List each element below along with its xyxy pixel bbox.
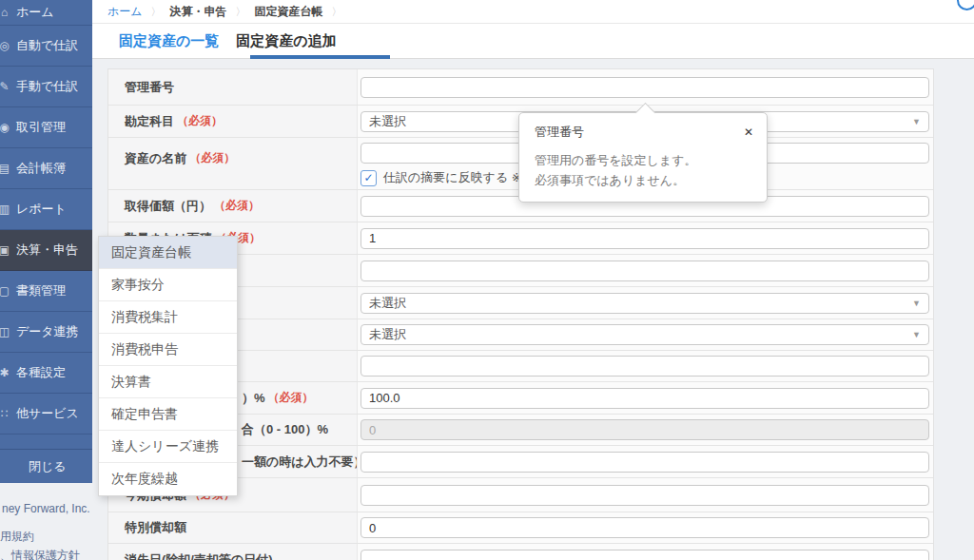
- sidebar-item-closing-filing[interactable]: ▣ 決算・申告: [0, 230, 92, 271]
- sidebar-item-label: レポート: [16, 201, 67, 218]
- sidebar-item-label: 会計帳簿: [16, 160, 66, 177]
- tooltip-title: 管理番号: [535, 124, 584, 141]
- sidebar-item-data-link[interactable]: ◫ データ連携: [0, 312, 92, 353]
- sidebar: ⌂ ホーム ◎ 自動で仕訳 ✎ 手動で仕訳 ◉ 取引管理 ▤ 会計帳簿 ▥ レポ…: [0, 0, 92, 483]
- chevron-down-icon: ▼: [912, 117, 921, 126]
- field-label: 管理番号: [108, 69, 358, 105]
- tooltip-line: 管理用の番号を設定します。: [535, 150, 751, 170]
- business-use-ratio-input[interactable]: [360, 388, 929, 409]
- field-6-input[interactable]: [360, 261, 929, 281]
- required-mark: （必須）: [177, 113, 223, 129]
- submenu-item-fixed-asset-ledger[interactable]: 固定資産台帳: [99, 237, 237, 269]
- sidebar-item-label: ホーム: [16, 4, 54, 21]
- special-depreciation-input[interactable]: [360, 517, 929, 538]
- form-row-special-depreciation: 特別償却額: [108, 512, 933, 544]
- app-root: ⌂ ホーム ◎ 自動で仕訳 ✎ 手動で仕訳 ◉ 取引管理 ▤ 会計帳簿 ▥ レポ…: [0, 0, 974, 560]
- field-label: 資産の名前 （必須）: [108, 138, 358, 189]
- settings-icon: ✱: [0, 366, 12, 379]
- required-mark: （必須）: [214, 198, 260, 214]
- sidebar-collapse-button[interactable]: 閉じる: [0, 449, 92, 483]
- period-ratio-input-disabled: [360, 419, 929, 440]
- report-icon: ▥: [0, 203, 12, 216]
- data-link-icon: ◫: [0, 325, 12, 338]
- sidebar-item-label: 取引管理: [16, 119, 66, 136]
- sidebar-item-settings[interactable]: ✱ 各種設定: [0, 353, 92, 394]
- tooltip-body: 管理用の番号を設定します。 必須事項ではありません。: [519, 141, 767, 190]
- transactions-icon: ◉: [0, 121, 12, 134]
- quantity-input[interactable]: [360, 228, 929, 249]
- submenu-item-financial-statements[interactable]: 決算書: [99, 366, 237, 398]
- sidebar-item-label: 手動で仕訳: [16, 78, 78, 95]
- sidebar-item-label: 他サービス: [16, 405, 79, 422]
- field-7-select[interactable]: 未選択 ▼: [360, 293, 929, 314]
- tab-fixed-asset-add[interactable]: 固定資産の追加: [236, 32, 336, 50]
- sidebar-item-label: 書類管理: [16, 282, 66, 299]
- other-services-icon: ∷: [0, 407, 12, 420]
- field-label: 取得価額（円） （必須）: [108, 190, 358, 222]
- form-row-management-number: 管理番号: [108, 69, 933, 106]
- submenu-item-consumption-tax-summary[interactable]: 消費税集計: [99, 301, 237, 334]
- closing-filing-submenu: 固定資産台帳 家事按分 消費税集計 消費税申告 決算書 確定申告書 達人シリーズ…: [98, 236, 238, 496]
- breadcrumb-separator: 〉: [151, 5, 162, 19]
- chevron-down-icon: ▼: [912, 299, 921, 308]
- required-mark: （必須）: [268, 390, 314, 406]
- sidebar-item-ledger[interactable]: ▤ 会計帳簿: [0, 148, 92, 189]
- field-label: 勘定科目 （必須）: [108, 106, 358, 137]
- tooltip-line: 必須事項ではありません。: [535, 170, 751, 190]
- chevron-down-icon: ▼: [912, 330, 921, 339]
- sidebar-item-auto-journal[interactable]: ◎ 自動で仕訳: [0, 26, 92, 67]
- tab-fixed-asset-list[interactable]: 固定資産の一覧: [119, 32, 219, 50]
- submenu-item-tax-return[interactable]: 確定申告書: [99, 398, 237, 431]
- privacy-policy-link[interactable]: 、情報保護方針: [0, 548, 80, 560]
- tab-bar: 固定資産の一覧 固定資産の追加: [92, 24, 974, 59]
- sidebar-item-label: 自動で仕訳: [16, 37, 78, 54]
- manual-journal-icon: ✎: [0, 80, 12, 93]
- submenu-item-tatsujin-link[interactable]: 達人シリーズ連携: [99, 431, 237, 463]
- breadcrumb-fixed-asset-ledger[interactable]: 固定資産台帳: [255, 4, 323, 20]
- loss-date-input[interactable]: [360, 550, 929, 560]
- sidebar-item-label: 決算・申告: [16, 241, 78, 259]
- management-number-input[interactable]: [360, 77, 929, 98]
- submenu-item-household-allocation[interactable]: 家事按分: [99, 269, 237, 301]
- submenu-item-consumption-tax-return[interactable]: 消費税申告: [99, 334, 237, 366]
- current-depreciation-input[interactable]: [360, 485, 929, 506]
- sidebar-item-label: 各種設定: [16, 364, 66, 381]
- breadcrumb-closing-filing[interactable]: 決算・申告: [170, 4, 227, 20]
- sidebar-item-report[interactable]: ▥ レポート: [0, 189, 92, 230]
- field-8-select[interactable]: 未選択 ▼: [360, 324, 929, 345]
- documents-icon: ▢: [0, 284, 12, 298]
- close-icon[interactable]: ✕: [744, 126, 753, 139]
- depreciation-base-input[interactable]: [360, 452, 929, 473]
- management-number-tooltip: 管理番号 ✕ 管理用の番号を設定します。 必須事項ではありません。: [518, 112, 768, 203]
- ledger-icon: ▤: [0, 162, 12, 175]
- sidebar-item-documents[interactable]: ▢ 書類管理: [0, 271, 92, 312]
- sidebar-item-transactions[interactable]: ◉ 取引管理: [0, 107, 92, 148]
- auto-journal-icon: ◎: [0, 39, 12, 52]
- home-icon: ⌂: [0, 6, 12, 19]
- breadcrumb: ホーム 〉 決算・申告 〉 固定資産台帳 〉: [92, 0, 974, 23]
- checkbox-label: 仕訳の摘要に反映する ※摘: [383, 169, 535, 186]
- company-link[interactable]: ney Forward, Inc.: [2, 502, 90, 515]
- sidebar-item-other-services[interactable]: ∷ 他サービス: [0, 394, 92, 434]
- field-9-input[interactable]: [360, 356, 929, 377]
- sidebar-item-home[interactable]: ⌂ ホーム: [0, 0, 92, 26]
- breadcrumb-bar: ホーム 〉 決算・申告 〉 固定資産台帳 〉: [92, 0, 974, 24]
- submenu-item-next-year-carryover[interactable]: 次年度繰越: [99, 463, 237, 495]
- breadcrumb-separator: 〉: [236, 5, 246, 19]
- required-mark: （必須）: [189, 150, 235, 166]
- checkbox-checked-icon[interactable]: ✓: [360, 170, 377, 186]
- sidebar-item-manual-journal[interactable]: ✎ 手動で仕訳: [0, 67, 92, 107]
- breadcrumb-separator: 〉: [332, 5, 342, 19]
- field-label: 特別償却額: [108, 512, 358, 543]
- field-label: 消失日(除却/売却等の日付): [108, 544, 358, 560]
- active-tab-underline: [250, 55, 390, 59]
- breadcrumb-home[interactable]: ホーム: [107, 4, 143, 20]
- terms-link[interactable]: 用規約: [0, 529, 34, 545]
- sidebar-item-label: データ連携: [16, 323, 79, 340]
- closing-filing-icon: ▣: [0, 243, 12, 257]
- form-row-loss-date: 消失日(除却/売却等の日付): [108, 544, 933, 560]
